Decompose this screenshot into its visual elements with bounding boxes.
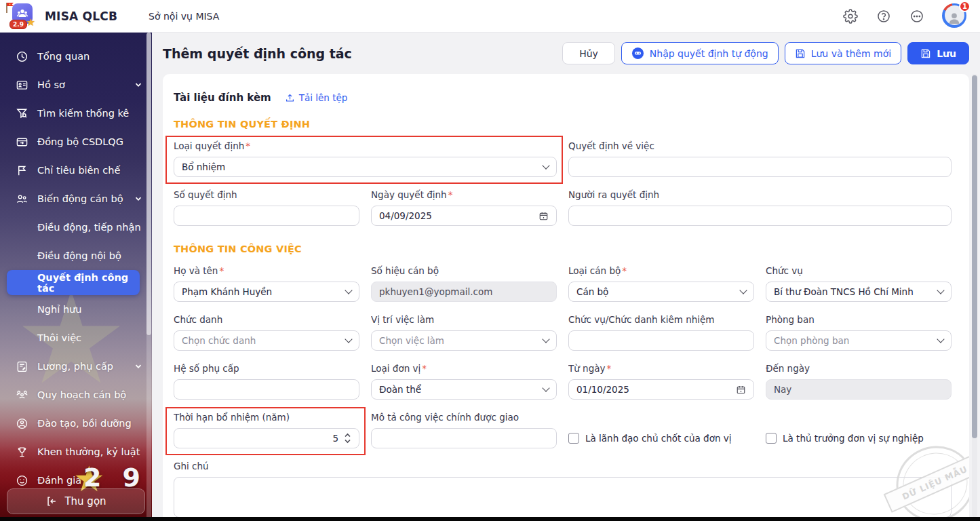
save-button[interactable]: Lưu (907, 42, 969, 64)
more-options-icon[interactable] (909, 8, 925, 24)
search-stats-icon (15, 107, 28, 120)
staff-type-select[interactable]: Cán bộ (568, 282, 754, 302)
sidebar: Tổng quan Hồ sơ Tìm kiếm thống kê Đồng b… (0, 33, 152, 521)
field-decision-date: Ngày quyết định* 04/09/2025 (371, 189, 557, 226)
to-date-input: Nay (766, 379, 952, 400)
concurrent-position-input[interactable] (568, 330, 754, 351)
field-decision-issuer: Người ra quyết định (568, 189, 952, 226)
help-icon[interactable] (876, 8, 892, 24)
page-title: Thêm quyết định công tác (163, 46, 352, 61)
salary-icon (15, 360, 28, 373)
chevron-down-icon (542, 335, 549, 343)
field-label: Phòng ban (766, 314, 952, 325)
sidebar-item-quy-hoach-can-bo[interactable]: Quy hoạch cán bộ (0, 381, 152, 409)
chevron-down-icon (134, 81, 142, 89)
full-name-select[interactable]: Phạm Khánh Huyền (174, 282, 359, 302)
required-marker: * (246, 140, 250, 151)
flag-icon (5, 2, 15, 13)
main-content: Thêm quyết định công tác Hủy Nhập quyết … (152, 33, 980, 521)
chevron-down-icon (542, 161, 549, 169)
decision-date-input[interactable]: 04/09/2025 (371, 206, 557, 226)
job-description-input[interactable] (371, 428, 557, 448)
staff-code-input: pkhuyen1@yopmail.com (371, 282, 557, 302)
stepper-arrows-icon[interactable] (344, 432, 351, 444)
field-label: Loại quyết định* (174, 140, 557, 151)
sidebar-item-thoi-viec[interactable]: Thôi việc (0, 324, 152, 352)
title-select[interactable]: Chọn chức danh (174, 330, 359, 351)
sidebar-item-khen-thuong-ky-luat[interactable]: Khen thưởng, kỷ luật (0, 438, 152, 466)
field-is-unit-head: Là thủ trưởng đơn vị sự nghiệp (766, 428, 952, 448)
field-label: Người ra quyết định (568, 189, 952, 200)
sidebar-item-nghi-huu[interactable]: Nghỉ hưu (0, 295, 152, 324)
appointment-term-stepper[interactable]: 5 (174, 428, 359, 448)
sidebar-item-tong-quan[interactable]: Tổng quan (0, 42, 152, 71)
unit-head-checkbox[interactable] (766, 433, 777, 444)
calendar-icon (538, 211, 549, 221)
star-icon: ★ (26, 18, 35, 28)
sidebar-item-dao-tao-boi-duong[interactable]: Đào tạo, bồi dưỡng (0, 409, 152, 438)
upload-file-link[interactable]: Tải lên tệp (285, 92, 348, 103)
chevron-down-icon (937, 286, 944, 294)
logo-version-badge: 2.9 (9, 20, 27, 29)
field-decision-number: Số quyết định (174, 189, 359, 226)
notification-badge: 1 (959, 1, 971, 12)
job-position-select[interactable]: Chọn việc làm (371, 330, 557, 351)
staff-icon (15, 192, 28, 206)
unit-type-select[interactable]: Đoàn thể (371, 379, 557, 400)
sidebar-item-label: Đào tạo, bồi dưỡng (37, 418, 132, 429)
sidebar-item-label: Điều động, tiếp nhận (37, 222, 141, 233)
sidebar-item-dong-bo-csdlqg[interactable]: Đồng bộ CSDLQG (0, 128, 152, 156)
position-select[interactable]: Bí thư Đoàn TNCS Hồ Chí Minh (766, 282, 952, 302)
key-leader-checkbox[interactable] (568, 433, 579, 444)
sidebar-item-label: Đánh giá (37, 475, 81, 486)
save-and-new-button[interactable]: Lưu và thêm mới (785, 42, 901, 64)
required-marker: * (606, 363, 611, 374)
field-label: Loại cán bộ* (568, 265, 754, 276)
field-staff-code: Số hiệu cán bộ pkhuyen1@yopmail.com (371, 265, 557, 302)
field-label: Thời hạn bổ nhiệm (năm) (174, 412, 359, 423)
collapse-sidebar-button[interactable]: Thu gọn (7, 488, 145, 514)
decision-number-input[interactable] (174, 206, 359, 226)
decision-type-select[interactable]: Bổ nhiệm (174, 157, 557, 177)
section-title-decision: THÔNG TIN QUYẾT ĐỊNH (174, 119, 952, 130)
required-marker: * (622, 265, 627, 276)
department-select[interactable]: Chọn phòng ban (766, 330, 952, 351)
sidebar-item-label: Tổng quan (37, 51, 90, 62)
settings-gear-icon[interactable] (842, 8, 859, 24)
field-note: Ghi chú (174, 461, 952, 518)
sidebar-item-ho-so[interactable]: Hồ sơ (0, 71, 152, 99)
field-label: Họ và tên* (174, 265, 359, 276)
upload-icon (285, 93, 295, 103)
field-label: Loại đơn vị* (371, 363, 557, 374)
decision-issuer-input[interactable] (568, 206, 952, 226)
chevron-down-icon (739, 286, 747, 294)
auto-import-button[interactable]: Nhập quyết định tự động (621, 42, 779, 64)
note-textarea[interactable] (174, 477, 952, 518)
field-appointment-term: Thời hạn bổ nhiệm (năm) 5 (174, 412, 359, 448)
top-bar: ★ 2.9 MISA QLCB Sở nội vụ MISA 1 (0, 0, 980, 33)
save-icon (920, 48, 931, 59)
field-to-date: Đến ngày Nay (766, 363, 952, 400)
from-date-input[interactable]: 01/10/2025 (568, 379, 754, 400)
user-avatar[interactable]: 1 (942, 3, 968, 29)
cancel-button[interactable]: Hủy (562, 42, 615, 64)
field-label: Từ ngày* (568, 363, 754, 374)
sidebar-scrollbar[interactable] (146, 33, 151, 521)
sidebar-item-luong-phu-cap[interactable]: Lương, phụ cấp (0, 352, 152, 381)
sidebar-item-dieu-dong-noi-bo[interactable]: Điều động nội bộ (0, 242, 152, 270)
page-header: Thêm quyết định công tác Hủy Nhập quyết … (152, 33, 980, 74)
chevron-down-icon (345, 286, 352, 294)
field-label: Ghi chú (174, 461, 952, 471)
sidebar-item-dieu-dong-tiep-nhan[interactable]: Điều động, tiếp nhận (0, 213, 152, 242)
page-scrollbar[interactable] (972, 74, 977, 517)
collapse-label: Thu gọn (64, 495, 106, 507)
sidebar-item-tim-kiem-thong-ke[interactable]: Tìm kiếm thống kê (0, 99, 152, 128)
sidebar-item-label: Quyết định công tác (37, 272, 140, 294)
robot-icon (631, 47, 644, 60)
sidebar-item-quyet-dinh-cong-tac[interactable]: Quyết định công tác (7, 270, 140, 295)
sidebar-item-bien-dong-can-bo[interactable]: Biến động cán bộ (0, 185, 152, 213)
sidebar-item-chi-tieu-bien-che[interactable]: Chỉ tiêu biên chế (0, 156, 152, 185)
allowance-coefficient-input[interactable] (174, 379, 359, 400)
profile-icon (15, 78, 28, 92)
decision-about-input[interactable] (568, 157, 952, 177)
